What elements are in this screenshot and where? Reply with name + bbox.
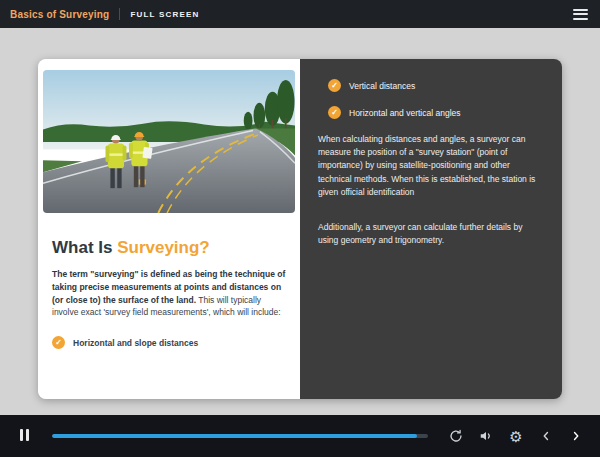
slide-right-panel: ✓ Vertical distances ✓ Horizontal and ve… — [300, 59, 562, 399]
progress-fill — [52, 434, 417, 438]
bullet-item-horizontal-vertical-angles: ✓ Horizontal and vertical angles — [328, 106, 544, 119]
gear-icon: ⚙ — [509, 429, 522, 444]
volume-button[interactable] — [474, 423, 498, 449]
surveyors-photo-illustration — [43, 70, 295, 213]
slide-body-text: The term "surveying" is defined as being… — [52, 268, 286, 319]
settings-button[interactable]: ⚙ — [504, 423, 528, 449]
progress-bar[interactable] — [52, 434, 428, 438]
pause-icon — [18, 429, 30, 444]
slide-left-panel: What Is Surveying? The term "surveying" … — [38, 59, 300, 399]
bullet-label: Horizontal and slope distances — [73, 338, 198, 348]
replay-button[interactable] — [444, 423, 468, 449]
check-circle-icon: ✓ — [328, 106, 341, 119]
volume-icon — [479, 429, 493, 443]
top-bar: Basics of Surveying FULL SCREEN — [0, 0, 600, 28]
chevron-left-icon — [539, 429, 553, 443]
bullet-label: Vertical distances — [349, 81, 415, 91]
right-paragraph-2: Additionally, a surveyor can calculate f… — [318, 221, 544, 247]
course-player-window: Basics of Surveying FULL SCREEN — [0, 0, 600, 457]
menu-button[interactable] — [571, 2, 590, 26]
fullscreen-button[interactable]: FULL SCREEN — [130, 10, 199, 19]
topbar-divider — [119, 8, 120, 20]
course-title: Basics of Surveying — [10, 9, 109, 20]
slide-heading: What Is Surveying? — [52, 238, 286, 258]
bullet-label: Horizontal and vertical angles — [349, 108, 461, 118]
bullet-item-vertical-distances: ✓ Vertical distances — [328, 79, 544, 92]
chevron-right-icon — [569, 429, 583, 443]
next-button[interactable] — [564, 423, 588, 449]
heading-highlight: Surveying? — [117, 238, 210, 257]
right-paragraph-1: When calculating distances and angles, a… — [318, 133, 544, 199]
surveyors-photo — [43, 70, 295, 213]
heading-prefix: What Is — [52, 238, 117, 257]
pause-button[interactable] — [12, 423, 36, 449]
bullet-item-horizontal-slope: ✓ Horizontal and slope distances — [52, 336, 286, 349]
slide-card: What Is Surveying? The term "surveying" … — [38, 59, 562, 399]
player-bar: ⚙ — [0, 415, 600, 457]
previous-button[interactable] — [534, 423, 558, 449]
slide-stage: What Is Surveying? The term "surveying" … — [0, 28, 600, 415]
hamburger-icon — [573, 9, 588, 20]
check-circle-icon: ✓ — [52, 336, 65, 349]
check-circle-icon: ✓ — [328, 79, 341, 92]
replay-icon — [449, 429, 463, 443]
